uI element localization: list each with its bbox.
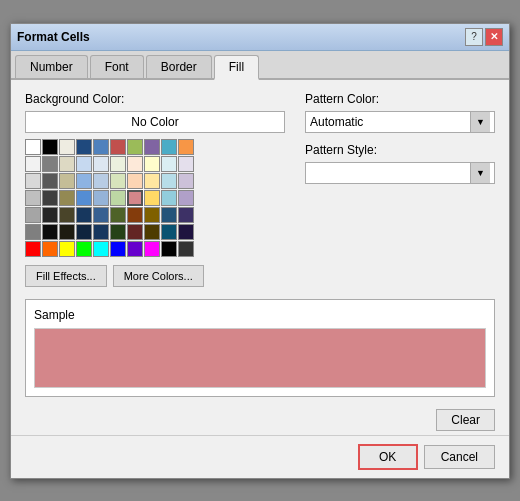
color-row-2 xyxy=(25,156,285,172)
color-white[interactable] xyxy=(25,139,41,155)
color-cell[interactable] xyxy=(76,173,92,189)
cancel-button[interactable]: Cancel xyxy=(424,445,495,469)
pattern-style-arrow[interactable]: ▼ xyxy=(470,163,490,183)
color-cell[interactable] xyxy=(93,173,109,189)
color-cell[interactable] xyxy=(93,139,109,155)
color-cell[interactable] xyxy=(161,190,177,206)
pattern-style-section: Pattern Style: ▼ xyxy=(305,143,495,184)
pattern-color-arrow[interactable]: ▼ xyxy=(470,112,490,132)
color-cell[interactable] xyxy=(42,173,58,189)
sample-preview xyxy=(34,328,486,388)
color-green[interactable] xyxy=(76,241,92,257)
color-cell[interactable] xyxy=(110,156,126,172)
color-cell[interactable] xyxy=(93,156,109,172)
color-cell[interactable] xyxy=(110,224,126,240)
help-button[interactable]: ? xyxy=(465,28,483,46)
color-cell[interactable] xyxy=(76,224,92,240)
color-cell[interactable] xyxy=(144,139,160,155)
color-cell[interactable] xyxy=(178,156,194,172)
color-cell[interactable] xyxy=(127,224,143,240)
more-colors-button[interactable]: More Colors... xyxy=(113,265,204,287)
color-cell[interactable] xyxy=(76,207,92,223)
bottom-bar: OK Cancel xyxy=(11,435,509,478)
color-cell[interactable] xyxy=(59,207,75,223)
color-blue[interactable] xyxy=(110,241,126,257)
color-cell[interactable] xyxy=(161,156,177,172)
color-row-6 xyxy=(25,224,285,240)
main-columns: Background Color: No Color xyxy=(25,92,495,287)
color-red[interactable] xyxy=(25,241,41,257)
color-cell[interactable] xyxy=(93,190,109,206)
color-cell[interactable] xyxy=(25,173,41,189)
color-cell[interactable] xyxy=(59,190,75,206)
color-cell[interactable] xyxy=(144,156,160,172)
fill-effects-button[interactable]: Fill Effects... xyxy=(25,265,107,287)
color-cell[interactable] xyxy=(161,173,177,189)
tab-font[interactable]: Font xyxy=(90,55,144,78)
color-cell[interactable] xyxy=(178,224,194,240)
color-cell[interactable] xyxy=(144,190,160,206)
color-cyan[interactable] xyxy=(93,241,109,257)
pattern-color-label: Pattern Color: xyxy=(305,92,495,106)
color-cell[interactable] xyxy=(25,207,41,223)
color-cell[interactable] xyxy=(178,207,194,223)
color-purple[interactable] xyxy=(127,241,143,257)
pattern-style-dropdown[interactable]: ▼ xyxy=(305,162,495,184)
color-magenta[interactable] xyxy=(144,241,160,257)
color-cell[interactable] xyxy=(59,139,75,155)
color-cell[interactable] xyxy=(178,241,194,257)
color-cell[interactable] xyxy=(110,173,126,189)
pattern-color-value: Automatic xyxy=(310,115,470,129)
color-cell[interactable] xyxy=(25,224,41,240)
background-color-label: Background Color: xyxy=(25,92,285,106)
color-cell[interactable] xyxy=(127,207,143,223)
color-cell[interactable] xyxy=(161,139,177,155)
color-cell[interactable] xyxy=(127,139,143,155)
pattern-color-section: Pattern Color: Automatic ▼ xyxy=(305,92,495,133)
color-cell[interactable] xyxy=(144,207,160,223)
tab-fill[interactable]: Fill xyxy=(214,55,259,80)
color-black[interactable] xyxy=(42,139,58,155)
color-row-5 xyxy=(25,207,285,223)
color-cell[interactable] xyxy=(25,190,41,206)
color-cell[interactable] xyxy=(161,207,177,223)
color-yellow[interactable] xyxy=(59,241,75,257)
color-cell[interactable] xyxy=(76,156,92,172)
color-cell[interactable] xyxy=(59,173,75,189)
color-cell[interactable] xyxy=(25,156,41,172)
color-cell[interactable] xyxy=(110,207,126,223)
color-orange[interactable] xyxy=(42,241,58,257)
color-cell[interactable] xyxy=(127,173,143,189)
color-cell[interactable] xyxy=(161,224,177,240)
color-cell[interactable] xyxy=(110,190,126,206)
color-row-1 xyxy=(25,139,285,155)
color-cell[interactable] xyxy=(59,156,75,172)
color-cell[interactable] xyxy=(178,173,194,189)
ok-button[interactable]: OK xyxy=(358,444,418,470)
tab-number[interactable]: Number xyxy=(15,55,88,78)
color-row-7 xyxy=(25,241,285,257)
close-button[interactable]: ✕ xyxy=(485,28,503,46)
color-cell[interactable] xyxy=(127,156,143,172)
color-pink-selected[interactable] xyxy=(127,190,143,206)
color-cell[interactable] xyxy=(76,190,92,206)
color-cell[interactable] xyxy=(93,224,109,240)
color-cell[interactable] xyxy=(42,156,58,172)
color-cell[interactable] xyxy=(42,224,58,240)
clear-button[interactable]: Clear xyxy=(436,409,495,431)
color-cell[interactable] xyxy=(42,190,58,206)
color-cell[interactable] xyxy=(110,139,126,155)
color-cell[interactable] xyxy=(59,224,75,240)
pattern-style-label: Pattern Style: xyxy=(305,143,495,157)
color-cell[interactable] xyxy=(144,173,160,189)
color-cell[interactable] xyxy=(76,139,92,155)
color-cell[interactable] xyxy=(144,224,160,240)
color-cell[interactable] xyxy=(93,207,109,223)
color-cell[interactable] xyxy=(161,241,177,257)
color-cell[interactable] xyxy=(178,139,194,155)
tab-border[interactable]: Border xyxy=(146,55,212,78)
color-cell[interactable] xyxy=(178,190,194,206)
no-color-button[interactable]: No Color xyxy=(25,111,285,133)
pattern-color-dropdown[interactable]: Automatic ▼ xyxy=(305,111,495,133)
color-cell[interactable] xyxy=(42,207,58,223)
